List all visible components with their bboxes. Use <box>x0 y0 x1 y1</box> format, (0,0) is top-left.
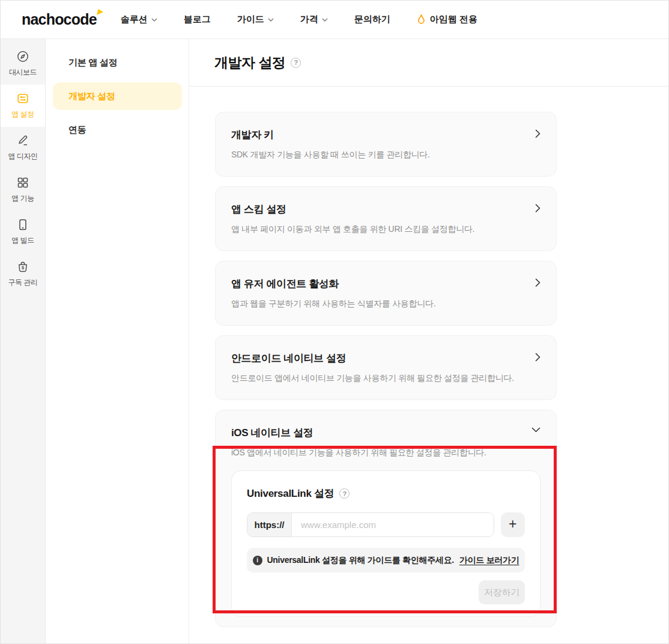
sidebar-item-app-features[interactable]: 앱 기능 <box>1 169 45 211</box>
sidebar-item-subscription[interactable]: $ 구독 관리 <box>1 253 45 295</box>
main-content: 개발자 설정 ? 개발자 키 SDK 개발자 기능을 사용할 때 쓰이는 키를 … <box>189 39 668 643</box>
sidebar-item-app-design[interactable]: 앱 디자인 <box>1 127 45 169</box>
card-app-scheme[interactable]: 앱 스킴 설정 앱 내부 페이지 이동과 외부 앱 호출을 위한 URI 스킴을… <box>215 186 557 251</box>
url-input-group: https:// <box>247 512 494 537</box>
sidebar-item-label: 앱 빌드 <box>11 235 34 246</box>
sidebar-item-app-settings[interactable]: 앱 설정 <box>1 85 45 127</box>
compass-icon <box>16 50 29 63</box>
subnav-item-basic-app-settings[interactable]: 기본 앱 설정 <box>53 49 182 76</box>
card-title: iOS 네이티브 설정 <box>231 426 540 440</box>
topnav-item-label: 블로그 <box>184 14 211 25</box>
card-user-agent[interactable]: 앱 유저 에이전트 활성화 앱과 웹을 구분하기 위해 사용하는 식별자를 사용… <box>215 261 557 326</box>
chevron-right-icon[interactable] <box>535 278 540 287</box>
universal-link-panel: UniversalLink 설정 ? https:// + i Universa… <box>231 470 540 617</box>
subnav-item-label: 연동 <box>68 124 86 136</box>
brand-logo[interactable]: nachocode <box>22 12 97 27</box>
topnav-item-contact[interactable]: 문의하기 <box>354 14 390 25</box>
brand-logo-text: nachocode <box>22 11 97 28</box>
flame-icon <box>417 14 426 25</box>
guide-link[interactable]: 가이드 보러가기 <box>459 555 519 566</box>
topnav-item-solution[interactable]: 솔루션 <box>121 14 157 25</box>
topnav-item-pricing[interactable]: 가격 <box>300 14 328 25</box>
universal-link-url-input[interactable] <box>292 513 494 536</box>
card-developer-key[interactable]: 개발자 키 SDK 개발자 기능을 사용할 때 쓰이는 키를 관리합니다. <box>215 112 557 177</box>
card-ios-native[interactable]: iOS 네이티브 설정 iOS 앱에서 네이티브 기능을 사용하기 위해 필요한… <box>215 410 557 627</box>
topnav-item-label: 솔루션 <box>121 14 148 25</box>
card-description: iOS 앱에서 네이티브 기능을 사용하기 위해 필요한 설정을 관리합니다. <box>231 448 540 458</box>
guide-info-text: UniversalLink 설정을 위해 가이드를 확인해주세요. <box>267 555 454 566</box>
main-header: 개발자 설정 ? <box>189 39 668 87</box>
help-icon[interactable]: ? <box>291 58 301 68</box>
url-prefix-label: https:// <box>247 513 292 536</box>
universal-link-input-row: https:// + <box>247 512 525 537</box>
save-button[interactable]: 저장하기 <box>479 580 525 604</box>
card-description: 앱과 웹을 구분하기 위해 사용하는 식별자를 사용합니다. <box>231 299 540 309</box>
card-title: 앱 스킴 설정 <box>231 202 540 216</box>
topnav-menu: 솔루션 블로그 가이드 가격 문의하기 아임웹 전용 <box>121 14 477 25</box>
save-row: 저장하기 <box>247 580 525 604</box>
topnav-item-imweb[interactable]: 아임웹 전용 <box>417 14 477 25</box>
topnav-item-label: 가이드 <box>237 14 264 25</box>
page-title: 개발자 설정 <box>214 53 285 72</box>
chevron-right-icon[interactable] <box>535 353 540 362</box>
topnav-item-label: 가격 <box>300 14 318 25</box>
topnav-item-label: 아임웹 전용 <box>430 14 477 25</box>
chevron-down-icon <box>151 18 157 22</box>
add-url-button[interactable]: + <box>501 512 525 537</box>
card-description: 안드로이드 앱에서 네이티브 기능을 사용하기 위해 필요한 설정을 관리합니다… <box>231 373 540 384</box>
sidebar-item-label: 앱 디자인 <box>8 151 38 162</box>
app-window: nachocode 솔루션 블로그 가이드 가격 문의하기 <box>0 0 669 644</box>
card-android-native[interactable]: 안드로이드 네이티브 설정 안드로이드 앱에서 네이티브 기능을 사용하기 위해… <box>215 335 557 400</box>
chevron-down-icon <box>322 18 328 22</box>
sidebar-item-dashboard[interactable]: 대시보드 <box>1 43 45 85</box>
card-title: 안드로이드 네이티브 설정 <box>231 351 540 365</box>
card-description: SDK 개발자 기능을 사용할 때 쓰이는 키를 관리합니다. <box>231 150 540 160</box>
settings-subnav: 기본 앱 설정 개발자 설정 연동 <box>46 39 189 643</box>
chevron-down-icon <box>268 18 274 22</box>
card-title: 앱 유저 에이전트 활성화 <box>231 277 540 291</box>
topnav-item-label: 문의하기 <box>354 14 390 25</box>
sidebar-item-app-build[interactable]: 앱 빌드 <box>1 211 45 253</box>
sidebar-item-label: 대시보드 <box>9 67 37 77</box>
universal-link-title: UniversalLink 설정 <box>247 487 334 500</box>
svg-text:$: $ <box>22 265 25 270</box>
subnav-item-integration[interactable]: 연동 <box>53 116 182 144</box>
subscription-bag-icon: $ <box>16 260 29 273</box>
pencil-icon <box>16 134 29 147</box>
settings-card-list: 개발자 키 SDK 개발자 기능을 사용할 때 쓰이는 키를 관리합니다. 앱 … <box>189 87 668 627</box>
topnav-item-guide[interactable]: 가이드 <box>237 14 274 25</box>
card-description: 앱 내부 페이지 이동과 외부 앱 호출을 위한 URI 스킴을 설정합니다. <box>231 224 540 235</box>
chevron-right-icon[interactable] <box>535 129 540 138</box>
sidebar-item-label: 구독 관리 <box>8 278 38 288</box>
grid-icon <box>16 176 29 189</box>
help-icon[interactable]: ? <box>339 488 350 499</box>
info-icon: i <box>253 556 262 565</box>
subnav-item-developer-settings[interactable]: 개발자 설정 <box>53 82 182 110</box>
top-navbar: nachocode 솔루션 블로그 가이드 가격 문의하기 <box>1 1 668 39</box>
nacho-chip-icon <box>96 9 104 16</box>
sliders-icon <box>16 92 29 105</box>
sidebar-item-label: 앱 설정 <box>11 109 34 120</box>
chevron-down-icon[interactable] <box>531 427 540 433</box>
guide-info-banner: i UniversalLink 설정을 위해 가이드를 확인해주세요. 가이드 … <box>247 548 525 573</box>
topnav-item-blog[interactable]: 블로그 <box>184 14 211 25</box>
universal-link-title-row: UniversalLink 설정 ? <box>247 487 525 500</box>
subnav-item-label: 개발자 설정 <box>68 91 115 102</box>
sidebar-item-label: 앱 기능 <box>11 193 34 204</box>
chevron-right-icon[interactable] <box>535 204 540 213</box>
card-title: 개발자 키 <box>231 128 540 142</box>
phone-icon <box>16 218 29 231</box>
sidebar: 대시보드 앱 설정 앱 디자인 앱 기능 앱 빌드 <box>1 39 46 643</box>
subnav-item-label: 기본 앱 설정 <box>68 57 117 68</box>
